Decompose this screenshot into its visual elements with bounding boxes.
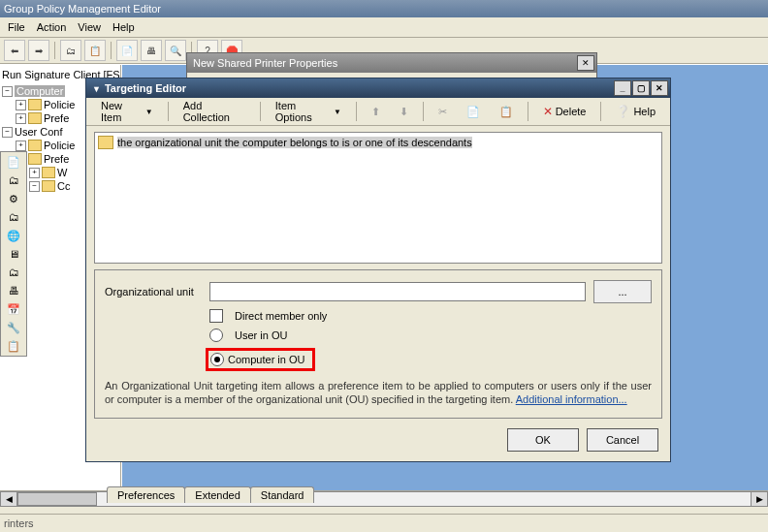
menu-action[interactable]: Action	[37, 21, 67, 33]
user-in-ou-label: User in OU	[235, 329, 287, 341]
move-up-icon[interactable]: ⬆	[363, 102, 389, 122]
side-icon[interactable]: 📄	[3, 153, 24, 171]
side-icon[interactable]: 📅	[3, 300, 24, 318]
computer-in-ou-radio[interactable]	[210, 353, 224, 366]
paste-icon[interactable]: 📋	[491, 102, 522, 122]
printer-close-icon[interactable]: ✕	[577, 55, 594, 71]
statusbar: rinters	[0, 514, 768, 532]
side-icon[interactable]: 📋	[3, 337, 24, 355]
side-icon[interactable]: 🖶	[3, 282, 24, 299]
menu-file[interactable]: File	[8, 21, 25, 33]
targeting-items-list[interactable]: the organizational unit the computer bel…	[94, 132, 662, 264]
ou-input[interactable]	[209, 282, 586, 301]
te-toolbar: New Item▼ Add Collection Item Options▼ ⬆…	[86, 98, 670, 126]
side-icon-strip: 📄 🗂 ⚙ 🗂 🌐 🖥 🗂 🖶 📅 🔧 📋	[0, 151, 27, 357]
item-options-button[interactable]: Item Options▼	[267, 96, 350, 127]
toolbar-back-icon[interactable]: ⬅	[4, 40, 25, 61]
filter-icon: ▼	[92, 84, 101, 94]
side-icon[interactable]: 🖥	[3, 245, 24, 263]
toolbar-refresh-icon[interactable]: 🔍	[165, 40, 186, 61]
direct-member-label: Direct member only	[235, 310, 327, 322]
ok-button[interactable]: OK	[507, 428, 579, 452]
new-item-button[interactable]: New Item▼	[92, 96, 162, 127]
toolbar-print-icon[interactable]: 🖶	[141, 40, 162, 61]
delete-button[interactable]: ✕Delete	[534, 101, 595, 122]
te-divider	[528, 102, 528, 121]
add-collection-button[interactable]: Add Collection	[175, 96, 254, 127]
additional-info-link[interactable]: Additional information...	[516, 393, 627, 405]
ou-icon	[98, 136, 113, 149]
cancel-button[interactable]: Cancel	[587, 428, 658, 452]
toolbar-divider	[111, 42, 112, 59]
shared-printer-title: New Shared Printer Properties	[193, 57, 337, 69]
side-icon[interactable]: 🗂	[3, 172, 24, 189]
toolbar-up-icon[interactable]: 🗂	[60, 40, 81, 61]
computer-in-ou-label: Computer in OU	[228, 354, 304, 365]
help-button[interactable]: ❔Help	[607, 101, 664, 122]
move-down-icon[interactable]: ⬇	[391, 102, 417, 122]
copy-icon[interactable]: 📄	[458, 102, 489, 122]
direct-member-checkbox[interactable]	[209, 309, 223, 323]
tab-standard[interactable]: Standard	[250, 486, 315, 503]
menu-help[interactable]: Help	[112, 21, 135, 33]
toolbar-copy-icon[interactable]: 📄	[116, 40, 138, 61]
te-divider	[260, 102, 261, 121]
highlight-box: Computer in OU	[206, 348, 315, 371]
ou-label: Organizational unit	[105, 286, 202, 297]
targeting-item-form: Organizational unit ... Direct member on…	[94, 269, 662, 419]
menu-view[interactable]: View	[78, 21, 101, 33]
tab-extended[interactable]: Extended	[184, 486, 250, 503]
side-icon[interactable]: 🔧	[3, 319, 24, 336]
te-divider	[168, 102, 169, 121]
targeting-editor-title: Targeting Editor	[105, 82, 186, 94]
te-divider	[356, 102, 357, 121]
side-icon[interactable]: 🗂	[3, 208, 24, 226]
maximize-icon[interactable]: ▢	[632, 80, 650, 96]
scroll-left-icon[interactable]: ◀	[0, 491, 17, 507]
side-icon[interactable]: 🌐	[3, 227, 24, 244]
main-window-title: Group Policy Management Editor	[0, 0, 768, 17]
scroll-right-icon[interactable]: ▶	[751, 491, 768, 507]
targeting-item-text: the organizational unit the computer bel…	[117, 137, 472, 148]
ou-browse-button[interactable]: ...	[593, 280, 652, 303]
toolbar-divider	[54, 42, 55, 59]
minimize-icon[interactable]: _	[614, 80, 631, 96]
te-divider	[423, 102, 424, 121]
targeting-item[interactable]: the organizational unit the computer bel…	[97, 135, 659, 150]
side-icon[interactable]: ⚙	[3, 190, 24, 207]
cut-icon[interactable]: ✂	[430, 102, 456, 122]
toolbar-forward-icon[interactable]: ➡	[28, 40, 49, 61]
side-icon[interactable]: 🗂	[3, 264, 24, 281]
close-icon[interactable]: ✕	[651, 80, 668, 96]
user-in-ou-radio[interactable]	[209, 329, 223, 342]
toolbar-list-icon[interactable]: 📋	[84, 40, 106, 61]
scroll-thumb[interactable]	[17, 492, 97, 506]
targeting-description: An Organizational Unit targeting item al…	[105, 379, 652, 406]
targeting-editor-dialog: ▼Targeting Editor _ ▢ ✕ New Item▼ Add Co…	[85, 78, 671, 462]
bottom-tabs: Preferences Extended Standard	[107, 486, 313, 503]
te-divider	[600, 102, 601, 121]
main-menu: File Action View Help	[0, 17, 768, 38]
tab-preferences[interactable]: Preferences	[107, 486, 185, 503]
